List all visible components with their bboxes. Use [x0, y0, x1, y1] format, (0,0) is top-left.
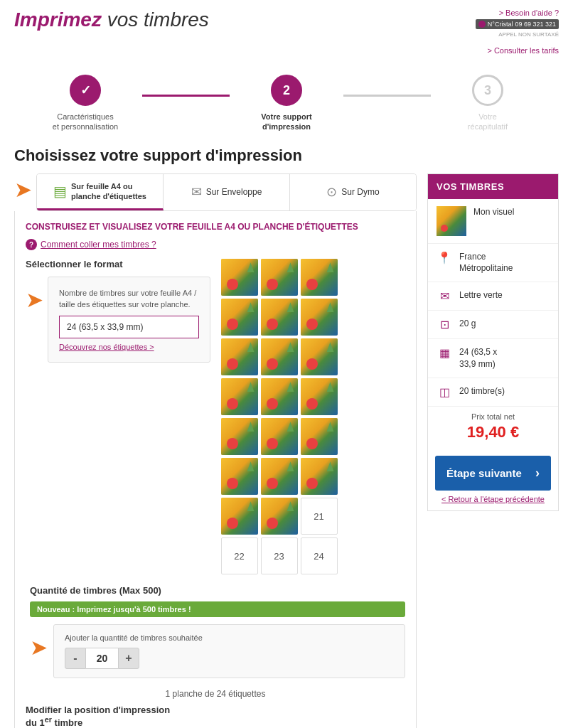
tab-dymo[interactable]: ⊙ Sur Dymo: [290, 174, 416, 211]
position-section: Modifier la position d'impressiondu 1er …: [26, 705, 405, 728]
play-icon: [478, 21, 486, 28]
step-2-label: Votre supportd'impression: [261, 112, 311, 132]
step-1-label: Caractéristiqueset personnalisation: [53, 112, 118, 132]
sidebar-letter-label: Lettre verte: [459, 289, 503, 301]
page-title: Choisissez votre support d'impression: [14, 146, 559, 165]
format-section: Sélectionner le format ➤ Nombre de timbr…: [26, 259, 405, 574]
sidebar-weight-label: 20 g: [459, 318, 476, 330]
step-3-circle: 3: [472, 75, 503, 106]
stamp-cell-3: [301, 259, 338, 296]
content-area: ➤ ▤ Sur feuille A4 ouplanche d'étiquette…: [14, 173, 417, 728]
page-title-section: Choisissez votre support d'impression: [0, 139, 573, 173]
sidebar-quantity-label: 20 timbre(s): [459, 385, 505, 397]
back-link[interactable]: < Retour à l'étape précédente: [435, 495, 551, 503]
sidebar-visuel-label: Mon visuel: [473, 206, 514, 218]
step-2-circle: 2: [271, 75, 302, 106]
next-step-button[interactable]: Étape suivante ›: [435, 456, 551, 491]
weight-icon: ⊡: [437, 318, 452, 331]
quantity-minus-button[interactable]: -: [65, 648, 86, 669]
envelope-icon: ✉: [191, 184, 202, 200]
stamp-grid-container: 21 22 23 24: [221, 259, 406, 574]
logo-highlight: Imprimez: [14, 9, 107, 31]
cristal-badge: N°Cristal 09 69 321 321: [476, 19, 559, 29]
arrow-icon-quantity: ➤: [30, 636, 48, 659]
stamp-cell-19: [221, 498, 258, 535]
format-input-box: Nombre de timbres sur votre feuille A4 /…: [48, 277, 210, 363]
arrow-format: ➤: [26, 277, 43, 311]
sidebar-item-location: 📍 FranceMétropolitaine: [428, 244, 558, 283]
dymo-icon: ⊙: [326, 184, 337, 200]
stamp-cell-5: [261, 299, 298, 336]
price-section: Prix total net 19,40 €: [428, 407, 558, 450]
chevron-right-icon: ›: [535, 466, 540, 481]
cta-label: Étape suivante: [446, 467, 522, 479]
stamp-grid: 21 22 23 24: [221, 259, 406, 574]
main-layout: ➤ ▤ Sur feuille A4 ouplanche d'étiquette…: [0, 173, 573, 728]
stamp-cell-18: [301, 458, 338, 495]
tab-enveloppe-label: Sur Enveloppe: [206, 187, 262, 197]
cta-section: Étape suivante › < Retour à l'étape préc…: [428, 456, 558, 510]
logo-italic: vos timbres: [107, 9, 209, 31]
position-heading: Modifier la position d'impressiondu 1er …: [26, 705, 405, 728]
header: Imprimez vos timbres > Besoin d'aide ? N…: [0, 0, 573, 60]
sidebar-title: VOS TIMBRES: [428, 174, 558, 199]
stamp-cell-14: [261, 418, 298, 455]
tab-feuille[interactable]: ▤ Sur feuille A4 ouplanche d'étiquettes: [37, 174, 164, 211]
section-title: CONSTRUISEZ ET VISUALISEZ VOTRE FEUILLE …: [26, 222, 405, 232]
stamp-cell-7: [221, 338, 258, 375]
price-value: 19,40 €: [437, 423, 550, 441]
letter-icon: ✉: [437, 289, 452, 303]
stamp-cell-6: [301, 299, 338, 336]
format-description: Nombre de timbres sur votre feuille A4 /…: [59, 288, 199, 310]
help-link[interactable]: > Besoin d'aide ?: [499, 9, 559, 17]
quantity-heading: Quantité de timbres (Max 500): [30, 585, 405, 596]
step-3-label: Votrerécapitulatif: [468, 112, 508, 132]
quantity-inner: Quantité de timbres (Max 500) Nouveau : …: [30, 585, 405, 678]
tab-feuille-label: Sur feuille A4 ouplanche d'étiquettes: [71, 181, 146, 202]
sidebar-size-label: 24 (63,5 x33,9 mm): [459, 346, 497, 370]
step-1: ✓ Caractéristiqueset personnalisation: [28, 75, 142, 132]
format-arrow-row: ➤ Nombre de timbres sur votre feuille A4…: [26, 277, 210, 363]
format-select[interactable]: 24 (63,5 x 33,9 mm): [59, 316, 199, 338]
feuille-icon: ▤: [53, 183, 67, 200]
header-right: > Besoin d'aide ? N°Cristal 09 69 321 32…: [476, 9, 559, 55]
tab-bar: ▤ Sur feuille A4 ouplanche d'étiquettes …: [36, 173, 417, 212]
stamp-cell-1: [221, 259, 258, 296]
help-badge: ?: [26, 239, 37, 250]
stamp-cell-13: [221, 418, 258, 455]
stamp-cell-2: [261, 259, 298, 296]
discover-link[interactable]: Découvrez nos étiquettes >: [59, 343, 199, 351]
stamp-cell-24: 24: [301, 537, 338, 574]
stamp-cell-10: [221, 378, 258, 415]
arrow-quantity-icon: ➤: [30, 624, 48, 658]
content-panel: CONSTRUISEZ ET VISUALISEZ VOTRE FEUILLE …: [14, 211, 417, 728]
size-icon: ▦: [437, 346, 452, 360]
quantity-input-box: Ajouter la quantité de timbres souhaitée…: [53, 624, 405, 678]
tab-row: ➤ ▤ Sur feuille A4 ouplanche d'étiquette…: [14, 173, 417, 212]
quantity-row: Quantité de timbres (Max 500) Nouveau : …: [26, 585, 405, 678]
stamp-cell-15: [301, 418, 338, 455]
stamp-cell-4: [221, 299, 258, 336]
quantity-section: Quantité de timbres (Max 500) Nouveau : …: [26, 585, 405, 678]
step-2: 2 Votre supportd'impression: [230, 75, 343, 132]
format-left: Sélectionner le format ➤ Nombre de timbr…: [26, 259, 210, 363]
stamp-cell-21: 21: [301, 498, 338, 535]
plates-info: 1 planche de 24 étiquettes: [26, 689, 405, 699]
sidebar-item-visuel: Mon visuel: [428, 199, 558, 244]
cristal-number: 09 69 321 321: [515, 21, 556, 28]
stamp-cell-17: [261, 458, 298, 495]
sidebar-item-quantity: ◫ 20 timbre(s): [428, 378, 558, 407]
tab-enveloppe[interactable]: ✉ Sur Enveloppe: [164, 174, 290, 211]
stamp-cell-16: [221, 458, 258, 495]
price-label: Prix total net: [437, 412, 550, 421]
connector-1-2: [142, 95, 230, 97]
help-link-text[interactable]: Comment coller mes timbres ?: [41, 240, 156, 250]
arrow-tab: ➤: [14, 173, 32, 200]
format-label: Sélectionner le format: [26, 259, 210, 269]
tarif-link[interactable]: > Consulter les tarifs: [487, 46, 559, 55]
quantity-value: 20: [86, 648, 118, 669]
step-3: 3 Votrerécapitulatif: [431, 75, 545, 132]
quantity-input-label: Ajouter la quantité de timbres souhaitée: [65, 633, 394, 642]
quantity-plus-button[interactable]: +: [118, 648, 139, 669]
arrow-icon-tab: ➤: [14, 178, 32, 201]
